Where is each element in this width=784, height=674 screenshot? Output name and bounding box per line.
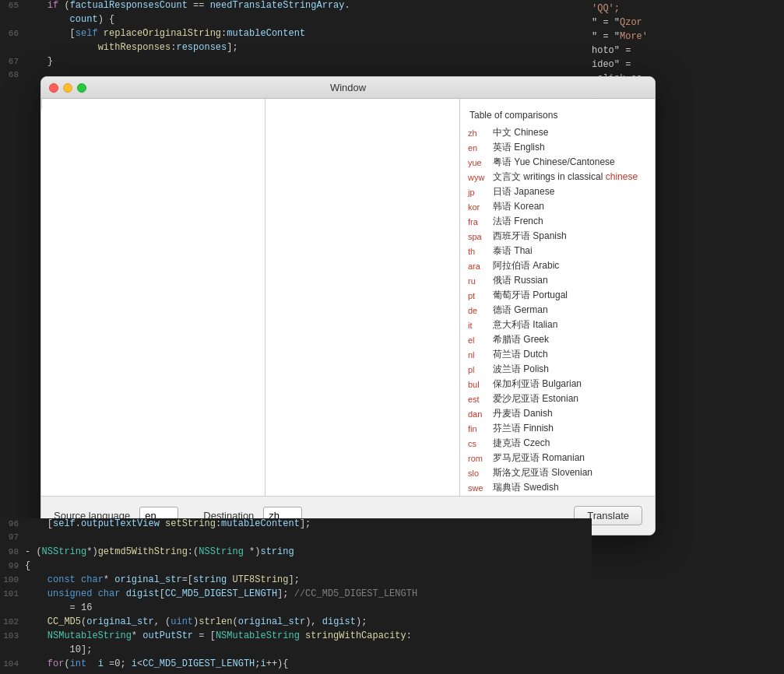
code-content: { — [25, 560, 30, 571]
lang-name: 荷兰语 Dutch — [493, 348, 548, 361]
lang-code: nl — [468, 350, 493, 360]
line-number: 99 — [3, 561, 25, 570]
lang-code: de — [468, 306, 493, 315]
lang-item-swe[interactable]: swe 瑞典语 Swedish — [463, 480, 652, 495]
code-content: withResponses:responses]; — [25, 42, 238, 53]
lang-code: pt — [468, 291, 493, 300]
line-number: 65 — [3, 1, 25, 10]
language-list-panel[interactable]: Table of comparisons zh 中文 Chinese en 英语… — [460, 99, 655, 496]
lang-item-fin[interactable]: fin 芬兰语 Finnish — [463, 421, 652, 436]
window-title: Window — [330, 82, 366, 93]
lang-item-th[interactable]: th 泰语 Thai — [463, 244, 652, 258]
lang-name: 葡萄牙语 Portugal — [493, 289, 568, 302]
middle-panel[interactable] — [265, 99, 460, 496]
lang-code: swe — [468, 483, 493, 493]
traffic-lights — [41, 83, 86, 93]
lang-name: 文言文 writings in classical chinese — [493, 170, 638, 184]
lang-name: 阿拉伯语 Arabic — [493, 259, 559, 272]
title-bar: Window — [41, 77, 655, 99]
code-content: NSMutableString* outPutStr = [NSMutableS… — [25, 630, 412, 641]
text-cursor — [41, 99, 42, 110]
lang-item-wyw[interactable]: wyw 文言文 writings in classical chinese — [463, 170, 652, 184]
lang-name: 捷克语 Czech — [493, 437, 550, 450]
left-panel[interactable] — [41, 99, 265, 496]
close-button[interactable] — [49, 83, 58, 93]
lang-item-ru[interactable]: ru 俄语 Russian — [463, 273, 652, 288]
code-content: [self replaceOriginalString:mutableConte… — [25, 28, 305, 39]
code-content: unsigned char digist[CC_MD5_DIGEST_LENGT… — [25, 588, 417, 599]
window-content: Table of comparisons zh 中文 Chinese en 英语… — [41, 99, 655, 496]
panel-header: Table of comparisons — [463, 105, 652, 125]
lang-code: jp — [468, 188, 493, 197]
lang-name: 泰语 Thai — [493, 244, 533, 258]
lang-item-jp[interactable]: jp 日语 Japanese — [463, 184, 652, 199]
lang-name: 丹麦语 Danish — [493, 407, 553, 420]
lang-code: pl — [468, 365, 493, 374]
line-number: 104 — [3, 659, 25, 669]
lang-code: en — [468, 143, 493, 153]
lang-code: slo — [468, 469, 493, 478]
line-number: 100 — [3, 575, 25, 584]
lang-item-bul[interactable]: bul 保加利亚语 Bulgarian — [463, 377, 652, 391]
code-editor-top: 65 if (factualResponsesCount == needTran… — [0, 0, 592, 78]
code-content: 10]; — [25, 644, 92, 655]
lang-code: wyw — [468, 173, 493, 182]
lang-code: zh — [468, 128, 493, 138]
lang-name: 斯洛文尼亚语 Slovenian — [493, 466, 592, 479]
line-number: 67 — [3, 57, 25, 66]
lang-item-de[interactable]: de 德语 German — [463, 303, 652, 318]
minimize-button[interactable] — [63, 83, 72, 93]
lang-item-pl[interactable]: pl 波兰语 Polish — [463, 362, 652, 377]
lang-name: 德语 German — [493, 304, 548, 317]
code-content: for(int i =0; i<CC_MD5_DIGEST_LENGTH;i++… — [25, 658, 289, 669]
lang-item-en[interactable]: en 英语 English — [463, 140, 652, 155]
lang-item-cs[interactable]: cs 捷克语 Czech — [463, 436, 652, 451]
lang-code: spa — [468, 232, 493, 241]
lang-name: 韩语 Korean — [493, 200, 544, 213]
line-number: 102 — [3, 617, 25, 627]
lang-code: yue — [468, 158, 493, 167]
lang-item-zh[interactable]: zh 中文 Chinese — [463, 125, 652, 140]
lang-code: ru — [468, 276, 493, 286]
lang-item-kor[interactable]: kor 韩语 Korean — [463, 199, 652, 214]
lang-name: 希腊语 Greek — [493, 333, 549, 346]
lang-name: 芬兰语 Finnish — [493, 422, 554, 435]
lang-code: est — [468, 395, 493, 404]
lang-name: 意大利语 Italian — [493, 318, 557, 332]
lang-item-rom[interactable]: rom 罗马尼亚语 Romanian — [463, 451, 652, 465]
lang-name: 瑞典语 Swedish — [493, 481, 559, 494]
line-number: 66 — [3, 29, 25, 38]
code-content: if (factualResponsesCount == needTransla… — [25, 0, 350, 11]
lang-item-nl[interactable]: nl 荷兰语 Dutch — [463, 347, 652, 362]
lang-name: 中文 Chinese — [493, 126, 548, 139]
code-content: count) { — [25, 14, 114, 25]
line-number: 103 — [3, 631, 25, 641]
lang-item-est[interactable]: est 爱沙尼亚语 Estonian — [463, 391, 652, 406]
lang-code: th — [468, 247, 493, 256]
code-content: CC_MD5(original_str, (uint)strlen(origin… — [25, 616, 367, 627]
lang-item-spa[interactable]: spa 西班牙语 Spanish — [463, 229, 652, 244]
lang-item-pt[interactable]: pt 葡萄牙语 Portugal — [463, 288, 652, 303]
code-editor-bottom: 96 [self.outputTextView setString:mutabl… — [0, 518, 592, 674]
window-dialog: Window Table of comparisons zh 中文 Chines… — [40, 76, 656, 535]
lang-item-fra[interactable]: fra 法语 French — [463, 214, 652, 229]
line-number: 101 — [3, 589, 25, 599]
maximize-button[interactable] — [77, 83, 86, 93]
lang-item-yue[interactable]: yue 粤语 Yue Chinese/Cantonese — [463, 155, 652, 170]
code-content: = 16 — [25, 602, 92, 613]
lang-code: ara — [468, 262, 493, 271]
lang-code: bul — [468, 380, 493, 389]
lang-item-el[interactable]: el 希腊语 Greek — [463, 332, 652, 347]
lang-name: 日语 Japanese — [493, 185, 554, 198]
lang-item-slo[interactable]: slo 斯洛文尼亚语 Slovenian — [463, 465, 652, 480]
lang-item-hu[interactable]: hu 匈牙利语 Hungarian — [463, 495, 652, 496]
lang-item-it[interactable]: it 意大利语 Italian — [463, 318, 652, 332]
lang-name: 俄语 Russian — [493, 274, 548, 287]
lang-code: fra — [468, 217, 493, 226]
lang-name: 粤语 Yue Chinese/Cantonese — [493, 156, 615, 169]
lang-item-ara[interactable]: ara 阿拉伯语 Arabic — [463, 258, 652, 273]
lang-code: el — [468, 335, 493, 345]
lang-item-dan[interactable]: dan 丹麦语 Danish — [463, 406, 652, 421]
lang-code: rom — [468, 454, 493, 463]
line-number: 96 — [3, 519, 25, 528]
